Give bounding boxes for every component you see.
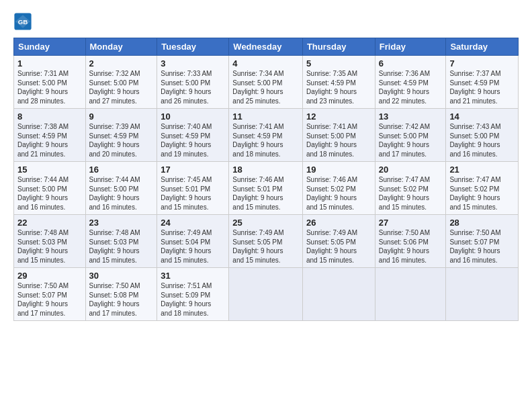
day-number: 13: [379, 111, 443, 122]
day-info: Sunrise: 7:31 AM Sunset: 5:00 PM Dayligh…: [17, 69, 82, 105]
calendar-cell: 22Sunrise: 7:48 AM Sunset: 5:03 PM Dayli…: [14, 215, 86, 268]
day-info: Sunrise: 7:47 AM Sunset: 5:02 PM Dayligh…: [449, 175, 515, 212]
day-number: 18: [232, 165, 299, 175]
calendar-cell: 17Sunrise: 7:45 AM Sunset: 5:01 PM Dayli…: [157, 162, 229, 215]
calendar-cell: 30Sunrise: 7:50 AM Sunset: 5:08 PM Dayli…: [85, 268, 157, 321]
calendar-cell: 26Sunrise: 7:49 AM Sunset: 5:05 PM Dayli…: [302, 215, 375, 268]
calendar-cell: [446, 268, 519, 321]
day-info: Sunrise: 7:41 AM Sunset: 4:59 PM Dayligh…: [232, 122, 299, 158]
day-number: 23: [89, 218, 154, 228]
calendar-cell: 19Sunrise: 7:46 AM Sunset: 5:02 PM Dayli…: [302, 162, 375, 215]
day-info: Sunrise: 7:48 AM Sunset: 5:03 PM Dayligh…: [89, 228, 154, 265]
calendar-cell: 28Sunrise: 7:50 AM Sunset: 5:07 PM Dayli…: [446, 215, 519, 268]
day-info: Sunrise: 7:41 AM Sunset: 5:00 PM Dayligh…: [306, 122, 371, 158]
calendar-week-1: 1Sunrise: 7:31 AM Sunset: 5:00 PM Daylig…: [14, 56, 519, 109]
day-number: 10: [161, 111, 225, 122]
day-info: Sunrise: 7:36 AM Sunset: 4:59 PM Dayligh…: [379, 69, 443, 105]
calendar-cell: 9Sunrise: 7:39 AM Sunset: 4:59 PM Daylig…: [85, 109, 157, 162]
calendar-week-5: 29Sunrise: 7:50 AM Sunset: 5:07 PM Dayli…: [14, 268, 519, 321]
day-number: 14: [449, 111, 515, 122]
day-number: 25: [232, 218, 299, 228]
calendar-cell: [302, 268, 375, 321]
day-number: 24: [161, 218, 225, 228]
calendar-cell: 18Sunrise: 7:46 AM Sunset: 5:01 PM Dayli…: [229, 162, 303, 215]
calendar-cell: 10Sunrise: 7:40 AM Sunset: 4:59 PM Dayli…: [157, 109, 229, 162]
day-number: 27: [379, 218, 443, 228]
calendar-table: SundayMondayTuesdayWednesdayThursdayFrid…: [13, 38, 519, 321]
day-number: 21: [449, 165, 515, 175]
day-number: 5: [306, 58, 371, 68]
day-info: Sunrise: 7:38 AM Sunset: 4:59 PM Dayligh…: [17, 122, 82, 158]
day-number: 20: [379, 165, 443, 175]
calendar-cell: 27Sunrise: 7:50 AM Sunset: 5:06 PM Dayli…: [375, 215, 446, 268]
day-number: 31: [161, 271, 225, 281]
day-info: Sunrise: 7:49 AM Sunset: 5:05 PM Dayligh…: [306, 228, 371, 265]
day-info: Sunrise: 7:49 AM Sunset: 5:05 PM Dayligh…: [232, 228, 299, 265]
day-number: 11: [232, 111, 299, 122]
calendar-week-3: 15Sunrise: 7:44 AM Sunset: 5:00 PM Dayli…: [14, 162, 519, 215]
calendar-cell: 31Sunrise: 7:51 AM Sunset: 5:09 PM Dayli…: [157, 268, 229, 321]
calendar-cell: 6Sunrise: 7:36 AM Sunset: 4:59 PM Daylig…: [375, 56, 446, 109]
day-info: Sunrise: 7:42 AM Sunset: 5:00 PM Dayligh…: [379, 122, 443, 158]
day-number: 3: [161, 58, 225, 68]
day-info: Sunrise: 7:46 AM Sunset: 5:01 PM Dayligh…: [232, 175, 299, 212]
calendar-cell: 2Sunrise: 7:32 AM Sunset: 5:00 PM Daylig…: [85, 56, 157, 109]
calendar-cell: 5Sunrise: 7:35 AM Sunset: 4:59 PM Daylig…: [302, 56, 375, 109]
calendar-header-sunday: Sunday: [14, 38, 86, 56]
day-number: 7: [449, 58, 515, 68]
day-info: Sunrise: 7:49 AM Sunset: 5:04 PM Dayligh…: [161, 228, 225, 265]
day-number: 12: [306, 111, 371, 122]
calendar-cell: 15Sunrise: 7:44 AM Sunset: 5:00 PM Dayli…: [14, 162, 86, 215]
calendar-cell: 3Sunrise: 7:33 AM Sunset: 5:00 PM Daylig…: [157, 56, 229, 109]
page: GB SundayMondayTuesdayWednesdayThursdayF…: [0, 0, 532, 328]
calendar-header-tuesday: Tuesday: [157, 38, 229, 56]
day-info: Sunrise: 7:37 AM Sunset: 4:59 PM Dayligh…: [449, 69, 515, 105]
day-number: 9: [89, 111, 154, 122]
day-info: Sunrise: 7:50 AM Sunset: 5:08 PM Dayligh…: [89, 281, 154, 318]
day-number: 19: [306, 165, 371, 175]
calendar-cell: [229, 268, 303, 321]
day-info: Sunrise: 7:50 AM Sunset: 5:07 PM Dayligh…: [17, 281, 82, 318]
day-number: 22: [17, 218, 82, 228]
calendar-header-monday: Monday: [85, 38, 157, 56]
day-info: Sunrise: 7:39 AM Sunset: 4:59 PM Dayligh…: [89, 122, 154, 158]
calendar-cell: 24Sunrise: 7:49 AM Sunset: 5:04 PM Dayli…: [157, 215, 229, 268]
day-number: 16: [89, 165, 154, 175]
day-info: Sunrise: 7:35 AM Sunset: 4:59 PM Dayligh…: [306, 69, 371, 105]
calendar-cell: 8Sunrise: 7:38 AM Sunset: 4:59 PM Daylig…: [14, 109, 86, 162]
calendar-cell: [375, 268, 446, 321]
day-number: 1: [17, 58, 82, 68]
day-info: Sunrise: 7:51 AM Sunset: 5:09 PM Dayligh…: [161, 281, 225, 318]
day-number: 8: [17, 111, 82, 122]
day-info: Sunrise: 7:40 AM Sunset: 4:59 PM Dayligh…: [161, 122, 225, 158]
day-number: 6: [379, 58, 443, 68]
day-number: 26: [306, 218, 371, 228]
day-info: Sunrise: 7:44 AM Sunset: 5:00 PM Dayligh…: [89, 175, 154, 212]
day-number: 17: [161, 165, 225, 175]
day-info: Sunrise: 7:43 AM Sunset: 5:00 PM Dayligh…: [449, 122, 515, 158]
calendar-header-row: SundayMondayTuesdayWednesdayThursdayFrid…: [14, 38, 519, 56]
calendar-cell: 29Sunrise: 7:50 AM Sunset: 5:07 PM Dayli…: [14, 268, 86, 321]
calendar-cell: 14Sunrise: 7:43 AM Sunset: 5:00 PM Dayli…: [446, 109, 519, 162]
calendar-header-wednesday: Wednesday: [229, 38, 303, 56]
calendar-cell: 11Sunrise: 7:41 AM Sunset: 4:59 PM Dayli…: [229, 109, 303, 162]
calendar-header-thursday: Thursday: [302, 38, 375, 56]
calendar-header-saturday: Saturday: [446, 38, 519, 56]
header: GB: [13, 12, 519, 31]
day-info: Sunrise: 7:32 AM Sunset: 5:00 PM Dayligh…: [89, 69, 154, 105]
day-number: 28: [449, 218, 515, 228]
logo: GB: [13, 12, 35, 31]
day-info: Sunrise: 7:48 AM Sunset: 5:03 PM Dayligh…: [17, 228, 82, 265]
day-number: 2: [89, 58, 154, 68]
logo-icon: GB: [13, 12, 32, 31]
day-info: Sunrise: 7:45 AM Sunset: 5:01 PM Dayligh…: [161, 175, 225, 212]
day-number: 4: [232, 58, 299, 68]
calendar-cell: 1Sunrise: 7:31 AM Sunset: 5:00 PM Daylig…: [14, 56, 86, 109]
day-info: Sunrise: 7:47 AM Sunset: 5:02 PM Dayligh…: [379, 175, 443, 212]
calendar-cell: 25Sunrise: 7:49 AM Sunset: 5:05 PM Dayli…: [229, 215, 303, 268]
day-number: 15: [17, 165, 82, 175]
calendar-cell: 16Sunrise: 7:44 AM Sunset: 5:00 PM Dayli…: [85, 162, 157, 215]
calendar-cell: 7Sunrise: 7:37 AM Sunset: 4:59 PM Daylig…: [446, 56, 519, 109]
day-info: Sunrise: 7:50 AM Sunset: 5:06 PM Dayligh…: [379, 228, 443, 265]
calendar-week-2: 8Sunrise: 7:38 AM Sunset: 4:59 PM Daylig…: [14, 109, 519, 162]
